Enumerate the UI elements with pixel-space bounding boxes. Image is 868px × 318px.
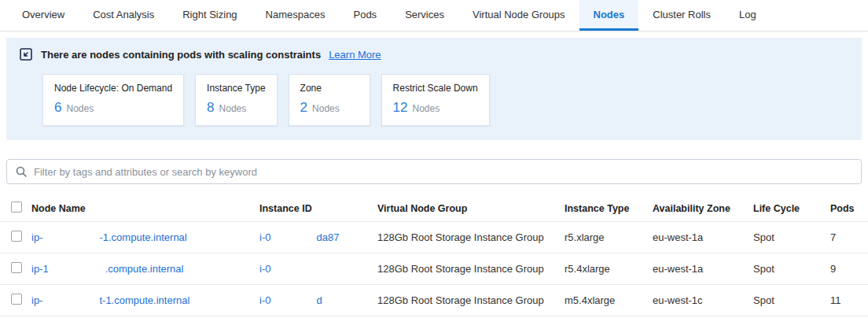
card-title: Node Lifecycle: On Demand [54, 83, 172, 94]
table-row: ip-t-1.compute.internal i-0d 128Gb Root … [0, 285, 868, 316]
pods-cell: 7 [830, 231, 868, 243]
card-node-lifecycle-on-demand[interactable]: Node Lifecycle: On Demand 6Nodes [42, 74, 184, 126]
tab-cluster-rolls[interactable]: Cluster Rolls [638, 0, 725, 31]
constraint-cards: Node Lifecycle: On Demand 6Nodes Instanc… [42, 74, 849, 126]
instance-id-link[interactable]: i-0da87 [259, 231, 339, 243]
card-restrict-scale-down[interactable]: Restrict Scale Down 12Nodes [381, 74, 490, 126]
life-cycle-cell: Spot [753, 231, 830, 243]
instance-type-cell: r5.4xlarge [565, 263, 653, 275]
card-zone[interactable]: Zone 2Nodes [289, 74, 370, 126]
tab-virtual-node-groups[interactable]: Virtual Node Groups [458, 0, 579, 31]
scaling-constraints-banner: There are nodes containing pods with sca… [6, 38, 862, 140]
card-title: Instance Type [207, 83, 266, 94]
card-unit: Nodes [312, 103, 340, 114]
card-unit: Nodes [413, 103, 440, 114]
tab-bar: Overview Cost Analysis Right Sizing Name… [0, 0, 868, 31]
header-virtual-node-group: Virtual Node Group [377, 203, 565, 214]
tab-pods[interactable]: Pods [339, 0, 391, 31]
availability-zone-cell: eu-west-1a [653, 231, 753, 243]
tab-overview[interactable]: Overview [8, 0, 79, 31]
filter-search-box [6, 159, 862, 184]
life-cycle-cell: Spot [753, 263, 830, 275]
tab-services[interactable]: Services [391, 0, 458, 31]
tab-nodes[interactable]: Nodes [579, 0, 639, 31]
card-instance-type[interactable]: Instance Type 8Nodes [195, 74, 278, 126]
nodes-table: Node Name Instance ID Virtual Node Group… [0, 195, 868, 316]
tab-namespaces[interactable]: Namespaces [252, 0, 340, 31]
header-instance-type: Instance Type [565, 203, 653, 214]
card-count: 6 [54, 100, 61, 116]
row-checkbox[interactable] [11, 294, 22, 305]
pods-cell: 9 [830, 263, 868, 275]
scaling-constraints-icon [19, 47, 33, 61]
virtual-node-group-cell: 128Gb Root Storage Instance Group [377, 263, 565, 275]
header-node-name: Node Name [31, 203, 259, 214]
life-cycle-cell: Spot [753, 294, 830, 306]
search-input[interactable] [34, 166, 853, 178]
instance-type-cell: r5.xlarge [565, 231, 653, 243]
header-pods: Pods [830, 203, 868, 214]
table-row: ip-1.compute.internal i-0 128Gb Root Sto… [0, 253, 868, 285]
card-unit: Nodes [219, 103, 247, 114]
instance-id-link[interactable]: i-0d [259, 294, 322, 306]
header-instance-id: Instance ID [259, 203, 377, 214]
node-name-link[interactable]: ip-t-1.compute.internal [31, 294, 189, 306]
learn-more-link[interactable]: Learn More [329, 49, 381, 61]
header-availability-zone: Availability Zone [653, 203, 753, 214]
card-title: Restrict Scale Down [393, 83, 478, 94]
availability-zone-cell: eu-west-1a [653, 263, 753, 275]
select-all-checkbox[interactable] [11, 202, 22, 213]
node-name-link[interactable]: ip--1.compute.internal [31, 231, 187, 243]
virtual-node-group-cell: 128Gb Root Storage Instance Group [377, 231, 565, 243]
table-header-row: Node Name Instance ID Virtual Node Group… [0, 195, 868, 222]
card-count: 12 [393, 100, 408, 116]
tab-log[interactable]: Log [725, 0, 771, 31]
pods-cell: 11 [830, 294, 868, 306]
node-name-link[interactable]: ip-1.compute.internal [31, 263, 183, 275]
row-checkbox[interactable] [11, 231, 22, 242]
tab-right-sizing[interactable]: Right Sizing [168, 0, 251, 31]
instance-id-link[interactable]: i-0 [259, 263, 316, 275]
header-life-cycle: Life Cycle [753, 203, 830, 214]
row-checkbox[interactable] [11, 262, 22, 273]
card-count: 8 [207, 100, 214, 116]
banner-message: There are nodes containing pods with sca… [41, 49, 321, 61]
search-icon [15, 165, 28, 178]
card-unit: Nodes [66, 103, 94, 114]
card-count: 2 [300, 100, 307, 116]
virtual-node-group-cell: 128Gb Root Storage Instance Group [377, 294, 565, 306]
table-row: ip--1.compute.internal i-0da87 128Gb Roo… [0, 222, 868, 253]
instance-type-cell: m5.4xlarge [565, 294, 653, 306]
tab-cost-analysis[interactable]: Cost Analysis [79, 0, 168, 31]
card-title: Zone [300, 83, 359, 94]
availability-zone-cell: eu-west-1c [653, 294, 753, 306]
